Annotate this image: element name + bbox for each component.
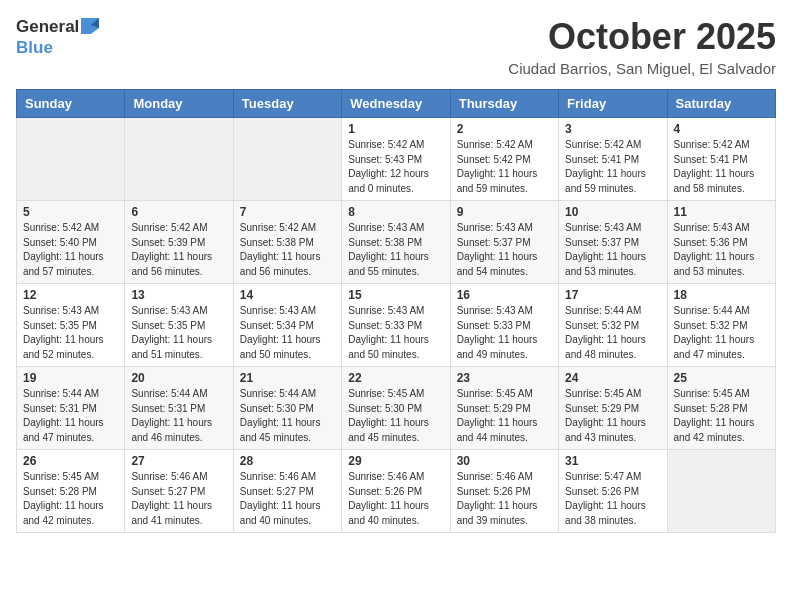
calendar-week-row: 26Sunrise: 5:45 AM Sunset: 5:28 PM Dayli… (17, 450, 776, 533)
calendar-cell: 31Sunrise: 5:47 AM Sunset: 5:26 PM Dayli… (559, 450, 667, 533)
day-info: Sunrise: 5:46 AM Sunset: 5:26 PM Dayligh… (457, 470, 552, 528)
calendar-header-row: SundayMondayTuesdayWednesdayThursdayFrid… (17, 90, 776, 118)
column-header-friday: Friday (559, 90, 667, 118)
day-info: Sunrise: 5:43 AM Sunset: 5:37 PM Dayligh… (457, 221, 552, 279)
column-header-wednesday: Wednesday (342, 90, 450, 118)
column-header-monday: Monday (125, 90, 233, 118)
day-info: Sunrise: 5:42 AM Sunset: 5:39 PM Dayligh… (131, 221, 226, 279)
calendar-week-row: 5Sunrise: 5:42 AM Sunset: 5:40 PM Daylig… (17, 201, 776, 284)
calendar-cell: 12Sunrise: 5:43 AM Sunset: 5:35 PM Dayli… (17, 284, 125, 367)
day-number: 6 (131, 205, 226, 219)
day-info: Sunrise: 5:45 AM Sunset: 5:30 PM Dayligh… (348, 387, 443, 445)
day-info: Sunrise: 5:45 AM Sunset: 5:28 PM Dayligh… (674, 387, 769, 445)
day-info: Sunrise: 5:44 AM Sunset: 5:32 PM Dayligh… (674, 304, 769, 362)
calendar-cell: 7Sunrise: 5:42 AM Sunset: 5:38 PM Daylig… (233, 201, 341, 284)
day-number: 1 (348, 122, 443, 136)
calendar-cell: 9Sunrise: 5:43 AM Sunset: 5:37 PM Daylig… (450, 201, 558, 284)
day-number: 7 (240, 205, 335, 219)
day-info: Sunrise: 5:43 AM Sunset: 5:34 PM Dayligh… (240, 304, 335, 362)
day-number: 28 (240, 454, 335, 468)
day-number: 3 (565, 122, 660, 136)
calendar-cell (667, 450, 775, 533)
day-number: 8 (348, 205, 443, 219)
day-info: Sunrise: 5:45 AM Sunset: 5:28 PM Dayligh… (23, 470, 118, 528)
day-info: Sunrise: 5:43 AM Sunset: 5:33 PM Dayligh… (348, 304, 443, 362)
day-info: Sunrise: 5:46 AM Sunset: 5:27 PM Dayligh… (240, 470, 335, 528)
day-number: 21 (240, 371, 335, 385)
calendar-table: SundayMondayTuesdayWednesdayThursdayFrid… (16, 89, 776, 533)
calendar-cell (17, 118, 125, 201)
calendar-cell: 5Sunrise: 5:42 AM Sunset: 5:40 PM Daylig… (17, 201, 125, 284)
calendar-cell (233, 118, 341, 201)
day-number: 31 (565, 454, 660, 468)
day-number: 29 (348, 454, 443, 468)
day-number: 9 (457, 205, 552, 219)
logo: General Blue (16, 16, 99, 58)
column-header-tuesday: Tuesday (233, 90, 341, 118)
calendar-week-row: 19Sunrise: 5:44 AM Sunset: 5:31 PM Dayli… (17, 367, 776, 450)
day-info: Sunrise: 5:42 AM Sunset: 5:43 PM Dayligh… (348, 138, 443, 196)
day-info: Sunrise: 5:42 AM Sunset: 5:40 PM Dayligh… (23, 221, 118, 279)
calendar-cell: 18Sunrise: 5:44 AM Sunset: 5:32 PM Dayli… (667, 284, 775, 367)
calendar-cell: 24Sunrise: 5:45 AM Sunset: 5:29 PM Dayli… (559, 367, 667, 450)
day-info: Sunrise: 5:42 AM Sunset: 5:41 PM Dayligh… (674, 138, 769, 196)
column-header-saturday: Saturday (667, 90, 775, 118)
day-number: 25 (674, 371, 769, 385)
day-number: 14 (240, 288, 335, 302)
calendar-cell: 30Sunrise: 5:46 AM Sunset: 5:26 PM Dayli… (450, 450, 558, 533)
calendar-cell: 11Sunrise: 5:43 AM Sunset: 5:36 PM Dayli… (667, 201, 775, 284)
day-number: 22 (348, 371, 443, 385)
calendar-week-row: 1Sunrise: 5:42 AM Sunset: 5:43 PM Daylig… (17, 118, 776, 201)
calendar-cell: 2Sunrise: 5:42 AM Sunset: 5:42 PM Daylig… (450, 118, 558, 201)
calendar-cell: 15Sunrise: 5:43 AM Sunset: 5:33 PM Dayli… (342, 284, 450, 367)
day-number: 4 (674, 122, 769, 136)
day-number: 11 (674, 205, 769, 219)
calendar-cell: 10Sunrise: 5:43 AM Sunset: 5:37 PM Dayli… (559, 201, 667, 284)
day-info: Sunrise: 5:43 AM Sunset: 5:35 PM Dayligh… (23, 304, 118, 362)
calendar-cell: 23Sunrise: 5:45 AM Sunset: 5:29 PM Dayli… (450, 367, 558, 450)
calendar-week-row: 12Sunrise: 5:43 AM Sunset: 5:35 PM Dayli… (17, 284, 776, 367)
day-number: 19 (23, 371, 118, 385)
calendar-cell: 25Sunrise: 5:45 AM Sunset: 5:28 PM Dayli… (667, 367, 775, 450)
calendar-location: Ciudad Barrios, San Miguel, El Salvador (508, 60, 776, 77)
title-area: October 2025 Ciudad Barrios, San Miguel,… (508, 16, 776, 77)
calendar-cell: 8Sunrise: 5:43 AM Sunset: 5:38 PM Daylig… (342, 201, 450, 284)
day-info: Sunrise: 5:43 AM Sunset: 5:36 PM Dayligh… (674, 221, 769, 279)
calendar-cell: 26Sunrise: 5:45 AM Sunset: 5:28 PM Dayli… (17, 450, 125, 533)
day-number: 17 (565, 288, 660, 302)
calendar-cell: 29Sunrise: 5:46 AM Sunset: 5:26 PM Dayli… (342, 450, 450, 533)
calendar-cell: 6Sunrise: 5:42 AM Sunset: 5:39 PM Daylig… (125, 201, 233, 284)
day-number: 24 (565, 371, 660, 385)
calendar-cell: 14Sunrise: 5:43 AM Sunset: 5:34 PM Dayli… (233, 284, 341, 367)
day-info: Sunrise: 5:44 AM Sunset: 5:30 PM Dayligh… (240, 387, 335, 445)
calendar-cell: 17Sunrise: 5:44 AM Sunset: 5:32 PM Dayli… (559, 284, 667, 367)
day-info: Sunrise: 5:45 AM Sunset: 5:29 PM Dayligh… (457, 387, 552, 445)
day-info: Sunrise: 5:44 AM Sunset: 5:31 PM Dayligh… (23, 387, 118, 445)
calendar-cell: 27Sunrise: 5:46 AM Sunset: 5:27 PM Dayli… (125, 450, 233, 533)
calendar-cell (125, 118, 233, 201)
day-number: 13 (131, 288, 226, 302)
calendar-cell: 19Sunrise: 5:44 AM Sunset: 5:31 PM Dayli… (17, 367, 125, 450)
day-number: 30 (457, 454, 552, 468)
day-info: Sunrise: 5:42 AM Sunset: 5:38 PM Dayligh… (240, 221, 335, 279)
day-info: Sunrise: 5:44 AM Sunset: 5:32 PM Dayligh… (565, 304, 660, 362)
calendar-cell: 4Sunrise: 5:42 AM Sunset: 5:41 PM Daylig… (667, 118, 775, 201)
logo-general-text: General (16, 17, 79, 37)
calendar-cell: 16Sunrise: 5:43 AM Sunset: 5:33 PM Dayli… (450, 284, 558, 367)
day-number: 16 (457, 288, 552, 302)
day-info: Sunrise: 5:42 AM Sunset: 5:41 PM Dayligh… (565, 138, 660, 196)
day-number: 2 (457, 122, 552, 136)
day-number: 5 (23, 205, 118, 219)
calendar-cell: 22Sunrise: 5:45 AM Sunset: 5:30 PM Dayli… (342, 367, 450, 450)
day-info: Sunrise: 5:44 AM Sunset: 5:31 PM Dayligh… (131, 387, 226, 445)
calendar-cell: 20Sunrise: 5:44 AM Sunset: 5:31 PM Dayli… (125, 367, 233, 450)
calendar-cell: 28Sunrise: 5:46 AM Sunset: 5:27 PM Dayli… (233, 450, 341, 533)
day-info: Sunrise: 5:47 AM Sunset: 5:26 PM Dayligh… (565, 470, 660, 528)
calendar-cell: 13Sunrise: 5:43 AM Sunset: 5:35 PM Dayli… (125, 284, 233, 367)
calendar-cell: 1Sunrise: 5:42 AM Sunset: 5:43 PM Daylig… (342, 118, 450, 201)
day-number: 23 (457, 371, 552, 385)
day-info: Sunrise: 5:42 AM Sunset: 5:42 PM Dayligh… (457, 138, 552, 196)
day-number: 26 (23, 454, 118, 468)
day-number: 15 (348, 288, 443, 302)
day-number: 18 (674, 288, 769, 302)
